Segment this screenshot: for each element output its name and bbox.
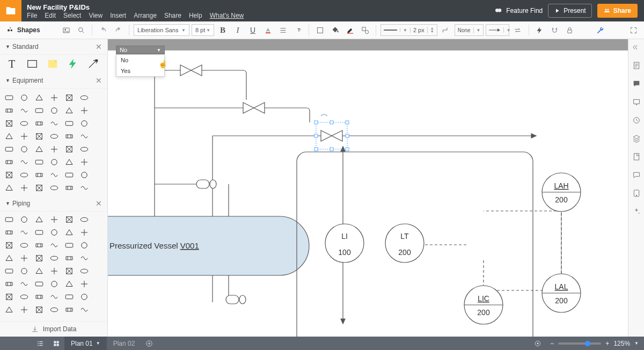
shape-note[interactable] xyxy=(45,58,60,70)
piping-shape-2[interactable] xyxy=(34,215,44,224)
equipment-shape-1[interactable] xyxy=(19,93,29,103)
underline-icon[interactable]: U xyxy=(246,24,259,37)
equipment-shape-27[interactable] xyxy=(49,144,59,154)
equipment-shape-33[interactable] xyxy=(49,157,59,167)
shape-rect[interactable] xyxy=(25,58,40,70)
fullscreen-icon[interactable] xyxy=(627,24,640,37)
equipment-shape-2[interactable] xyxy=(34,93,44,103)
fill-bucket-icon[interactable] xyxy=(328,24,341,37)
piping-shape-14[interactable] xyxy=(34,240,44,250)
piping-shape-25[interactable] xyxy=(19,266,29,276)
equipment-shape-30[interactable] xyxy=(4,157,14,167)
piping-shape-7[interactable] xyxy=(19,228,29,237)
piping-shape-42[interactable] xyxy=(4,305,14,315)
piping-shape-30[interactable] xyxy=(4,279,14,289)
align-icon[interactable] xyxy=(276,24,289,37)
piping-shape-1[interactable] xyxy=(19,215,29,224)
piping-shape-11[interactable] xyxy=(79,228,89,237)
piping-shape-39[interactable] xyxy=(49,292,59,302)
equipment-shape-13[interactable] xyxy=(19,119,29,128)
line-route-icon[interactable] xyxy=(440,24,452,37)
menu-insert[interactable]: Insert xyxy=(110,12,126,19)
equipment-shape-4[interactable] xyxy=(64,93,74,103)
equipment-shape-17[interactable] xyxy=(79,119,89,128)
close-icon[interactable]: ✕ xyxy=(96,42,102,51)
piping-shape-13[interactable] xyxy=(19,240,29,250)
piping-shape-40[interactable] xyxy=(64,292,74,302)
equipment-shape-11[interactable] xyxy=(79,106,89,115)
text-color-icon[interactable]: A xyxy=(261,24,274,37)
equipment-shape-35[interactable] xyxy=(79,157,89,167)
magnet-icon[interactable] xyxy=(548,24,561,37)
equipment-shape-8[interactable] xyxy=(34,106,44,115)
piping-shape-8[interactable] xyxy=(34,228,44,237)
bold-icon[interactable]: B xyxy=(216,24,229,37)
equipment-shape-44[interactable] xyxy=(34,183,44,193)
equipment-shape-5[interactable] xyxy=(79,93,89,103)
arrow-end-select[interactable]: ▼ xyxy=(486,24,509,36)
equipment-shape-0[interactable] xyxy=(4,93,14,103)
feature-find-button[interactable]: Feature Find xyxy=(494,6,543,15)
clear-format-icon[interactable]: Tx xyxy=(291,24,304,37)
piping-shape-32[interactable] xyxy=(34,279,44,289)
piping-shape-43[interactable] xyxy=(19,305,29,315)
equipment-shape-34[interactable] xyxy=(64,157,74,167)
shape-hotspot[interactable] xyxy=(65,58,80,70)
document-title[interactable]: New Facility P&IDs xyxy=(27,3,494,11)
action-icon[interactable] xyxy=(533,24,546,37)
border-color-icon[interactable] xyxy=(343,24,356,37)
swap-icon[interactable] xyxy=(511,24,524,37)
close-icon[interactable]: ✕ xyxy=(96,76,102,85)
search-icon[interactable] xyxy=(75,24,87,37)
equipment-shape-23[interactable] xyxy=(79,132,89,141)
equipment-shape-36[interactable] xyxy=(4,170,14,180)
equipment-shape-31[interactable] xyxy=(19,157,29,167)
lock-icon[interactable] xyxy=(564,24,576,37)
wrench-icon[interactable] xyxy=(594,24,606,37)
menu-help[interactable]: Help xyxy=(189,12,202,19)
equipment-shape-39[interactable] xyxy=(49,170,59,180)
page-tab-1[interactable]: Plan 01▼ xyxy=(64,337,107,350)
equipment-shape-10[interactable] xyxy=(64,106,74,115)
piping-shape-16[interactable] xyxy=(64,240,74,250)
equipment-shape-29[interactable] xyxy=(79,144,89,154)
data-icon[interactable] xyxy=(632,152,641,162)
piping-shape-4[interactable] xyxy=(64,215,74,224)
import-data-button[interactable]: Import Data xyxy=(0,321,107,337)
equipment-shape-6[interactable] xyxy=(4,106,14,115)
sparkle-icon[interactable] xyxy=(632,207,641,216)
share-button[interactable]: Share xyxy=(597,4,638,18)
zoom-slider[interactable] xyxy=(558,342,601,345)
menu-share[interactable]: Share xyxy=(164,12,181,19)
page-tab-2[interactable]: Plan 02 xyxy=(107,337,142,350)
tablet-icon[interactable] xyxy=(632,188,641,198)
piping-shape-47[interactable] xyxy=(79,305,89,315)
piping-shape-24[interactable] xyxy=(4,266,14,276)
piping-shape-9[interactable] xyxy=(49,228,59,237)
piping-shape-33[interactable] xyxy=(49,279,59,289)
shape-fill-icon[interactable] xyxy=(313,24,326,37)
menu-view[interactable]: View xyxy=(89,12,103,19)
equipment-shape-28[interactable] xyxy=(64,144,74,154)
equipment-shape-24[interactable] xyxy=(4,144,14,154)
piping-shape-20[interactable] xyxy=(34,253,44,263)
piping-shape-15[interactable] xyxy=(49,240,59,250)
equipment-shape-15[interactable] xyxy=(49,119,59,128)
section-equipment[interactable]: ▼ Equipment ✕ xyxy=(0,73,107,89)
piping-shape-0[interactable] xyxy=(4,215,14,224)
add-page-icon[interactable] xyxy=(141,337,157,350)
redo-icon[interactable] xyxy=(112,24,125,37)
piping-shape-44[interactable] xyxy=(34,305,44,315)
equipment-shape-32[interactable] xyxy=(34,157,44,167)
piping-shape-46[interactable] xyxy=(64,305,74,315)
piping-shape-19[interactable] xyxy=(19,253,29,263)
equipment-shape-45[interactable] xyxy=(49,183,59,193)
shape-text[interactable]: T xyxy=(4,58,19,70)
menu-file[interactable]: File xyxy=(27,12,37,19)
piping-shape-36[interactable] xyxy=(4,292,14,302)
line-style-select[interactable]: ▼ 2 px ▲▼ xyxy=(380,24,437,36)
target-icon[interactable] xyxy=(530,340,546,347)
equipment-shape-12[interactable] xyxy=(4,119,14,128)
piping-shape-26[interactable] xyxy=(34,266,44,276)
piping-shape-12[interactable] xyxy=(4,240,14,250)
